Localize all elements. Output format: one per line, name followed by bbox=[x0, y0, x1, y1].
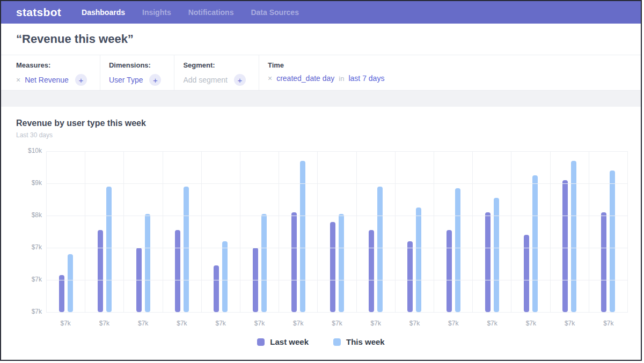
bar-last-week[interactable] bbox=[98, 230, 103, 312]
legend-label-this-week: This week bbox=[346, 337, 385, 346]
bar-this-week[interactable] bbox=[222, 241, 228, 312]
bar-group bbox=[511, 151, 550, 312]
nav-item-insights[interactable]: Insights bbox=[142, 8, 171, 17]
bar-last-week[interactable] bbox=[175, 230, 180, 312]
dimensions-label: Dimensions: bbox=[109, 61, 162, 69]
legend-label-last-week: Last week bbox=[270, 337, 309, 346]
bar-this-week[interactable] bbox=[455, 188, 460, 312]
nav-item-notifications[interactable]: Notifications bbox=[188, 8, 234, 17]
bar-group bbox=[434, 151, 472, 312]
bar-last-week[interactable] bbox=[447, 230, 452, 312]
x-tick-label: $7k bbox=[473, 320, 511, 327]
time-range-chip[interactable]: last 7 days bbox=[348, 74, 384, 83]
y-tick-label: $7k bbox=[16, 243, 42, 251]
plot-area bbox=[46, 151, 628, 312]
time-section: Time × created_date day in last 7 days bbox=[259, 55, 397, 90]
bar-this-week[interactable] bbox=[610, 171, 615, 312]
gridline bbox=[46, 248, 628, 248]
bar-group bbox=[201, 151, 240, 312]
remove-measure-icon[interactable]: × bbox=[16, 76, 20, 84]
nav-item-data-sources[interactable]: Data Sources bbox=[251, 8, 298, 17]
dimension-chip[interactable]: User Type bbox=[109, 76, 143, 84]
bar-last-week[interactable] bbox=[407, 241, 413, 312]
y-tick-label: $7k bbox=[16, 308, 42, 315]
top-navbar: statsbot Dashboards Insights Notificatio… bbox=[1, 1, 641, 24]
bar-last-week[interactable] bbox=[214, 265, 219, 312]
bar-this-week[interactable] bbox=[106, 187, 112, 312]
time-connector: in bbox=[339, 75, 344, 83]
bar-last-week[interactable] bbox=[291, 212, 297, 312]
gridline bbox=[46, 312, 628, 313]
legend-swatch-this-week bbox=[333, 338, 341, 346]
chart-legend: Last week This week bbox=[1, 337, 641, 346]
bar-this-week[interactable] bbox=[532, 175, 538, 312]
chart-card: Revenue by user type this week Last 30 d… bbox=[1, 107, 641, 361]
x-tick-label: $7k bbox=[201, 320, 240, 327]
x-tick-label: $7k bbox=[318, 320, 356, 327]
bar-group bbox=[46, 151, 85, 312]
bar-group bbox=[163, 151, 201, 312]
segment-label: Segment: bbox=[183, 61, 246, 69]
dimensions-section: Dimensions: User Type + bbox=[100, 55, 175, 90]
y-tick-label: $8k bbox=[16, 211, 42, 219]
bar-last-week[interactable] bbox=[330, 222, 335, 312]
bar-last-week[interactable] bbox=[485, 212, 491, 312]
bar-group bbox=[85, 151, 123, 312]
legend-item-this-week[interactable]: This week bbox=[333, 337, 385, 346]
bar-group bbox=[472, 151, 511, 312]
title-bar: “Revenue this week” bbox=[1, 24, 641, 55]
add-segment-button[interactable]: + bbox=[234, 74, 246, 86]
measure-chip[interactable]: Net Revenue bbox=[25, 76, 69, 84]
y-tick-label: $10k bbox=[16, 147, 42, 154]
bar-this-week[interactable] bbox=[494, 198, 499, 312]
x-tick-label: $7k bbox=[550, 320, 589, 327]
x-tick-label: $7k bbox=[395, 320, 434, 327]
bar-group bbox=[317, 151, 356, 312]
chart-subtitle: Last 30 days bbox=[1, 128, 641, 139]
measures-section: Measures: × Net Revenue + bbox=[1, 55, 100, 90]
legend-swatch-last-week bbox=[257, 338, 265, 346]
bar-this-week[interactable] bbox=[261, 214, 267, 312]
bar-group bbox=[395, 151, 434, 312]
bar-this-week[interactable] bbox=[339, 214, 344, 312]
bar-group bbox=[589, 151, 628, 312]
add-measure-button[interactable]: + bbox=[75, 74, 87, 86]
y-tick-label: $9k bbox=[16, 179, 42, 187]
x-tick-label: $7k bbox=[589, 320, 628, 327]
bar-group bbox=[279, 151, 317, 312]
bar-last-week[interactable] bbox=[369, 230, 374, 312]
x-tick-label: $7k bbox=[279, 320, 318, 327]
gridline bbox=[46, 183, 628, 184]
statsbot-logo[interactable]: statsbot bbox=[16, 6, 61, 19]
time-label: Time bbox=[268, 61, 384, 69]
bar-last-week[interactable] bbox=[562, 180, 568, 312]
bar-this-week[interactable] bbox=[184, 187, 189, 312]
legend-item-last-week[interactable]: Last week bbox=[257, 337, 309, 346]
time-field-chip[interactable]: created_date day bbox=[276, 74, 334, 83]
app-window: statsbot Dashboards Insights Notificatio… bbox=[0, 0, 642, 361]
x-tick-label: $7k bbox=[85, 320, 123, 327]
x-axis-labels: $7k$7k$7k$7k$7k$7k$7k$7k$7k$7k$7k$7k$7k$… bbox=[46, 320, 628, 327]
bar-columns bbox=[46, 151, 628, 312]
remove-time-icon[interactable]: × bbox=[268, 75, 272, 82]
segment-section: Segment: Add segment + bbox=[174, 55, 259, 90]
gridline bbox=[46, 280, 628, 280]
gridline bbox=[46, 216, 628, 216]
bar-last-week[interactable] bbox=[59, 275, 64, 312]
bar-last-week[interactable] bbox=[601, 212, 606, 312]
x-tick-label: $7k bbox=[46, 320, 85, 327]
bar-last-week[interactable] bbox=[524, 235, 529, 312]
nav-item-dashboards[interactable]: Dashboards bbox=[82, 8, 125, 17]
bar-this-week[interactable] bbox=[145, 214, 150, 312]
bar-group bbox=[240, 151, 279, 312]
bar-group bbox=[356, 151, 395, 312]
bar-this-week[interactable] bbox=[68, 254, 73, 312]
query-builder-bar: Measures: × Net Revenue + Dimensions: Us… bbox=[1, 55, 641, 91]
add-dimension-button[interactable]: + bbox=[149, 74, 161, 86]
gridline bbox=[46, 151, 628, 152]
chart-title: Revenue by user type this week bbox=[1, 107, 641, 128]
bar-this-week[interactable] bbox=[416, 208, 421, 312]
add-segment-input[interactable]: Add segment bbox=[183, 76, 228, 84]
bar-this-week[interactable] bbox=[377, 187, 383, 312]
page-title: “Revenue this week” bbox=[16, 32, 134, 46]
